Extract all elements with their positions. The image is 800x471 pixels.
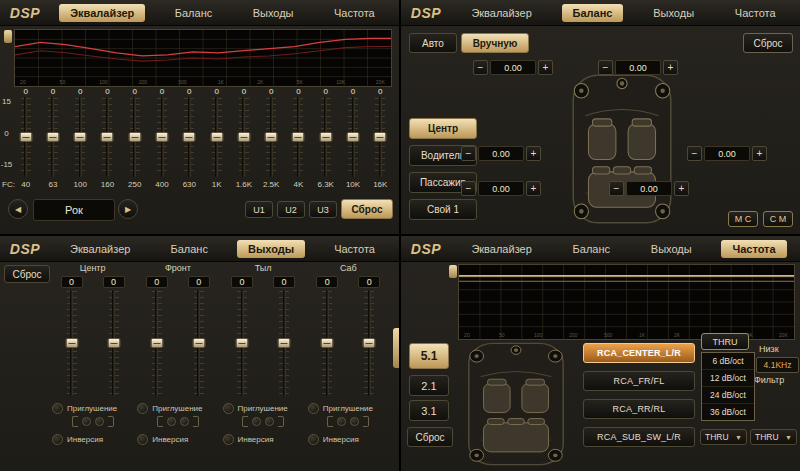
config-3-1-button[interactable]: 3.1 (409, 400, 449, 421)
link-left-checkbox[interactable] (252, 417, 261, 426)
balance-manual-button[interactable]: Вручную (461, 33, 529, 53)
tab-frequency[interactable]: Частота (323, 4, 386, 22)
tab-equalizer[interactable]: Эквалайзер (59, 4, 145, 22)
tab-frequency[interactable]: Частота (724, 4, 787, 22)
slider-knob[interactable] (265, 132, 278, 142)
link-left-checkbox[interactable] (82, 417, 91, 426)
increase-button[interactable]: + (752, 146, 767, 161)
tab-outputs[interactable]: Выходы (642, 4, 705, 22)
eq-band-slider[interactable] (46, 97, 60, 177)
tab-frequency[interactable]: Частота (721, 240, 786, 258)
tab-equalizer[interactable]: Эквалайзер (460, 4, 542, 22)
output-slider[interactable] (362, 290, 376, 396)
mute-checkbox[interactable] (308, 403, 319, 414)
eq-band-slider[interactable] (100, 97, 114, 177)
frequency-reset-button[interactable]: Сброс (407, 427, 453, 447)
increase-button[interactable]: + (538, 60, 553, 75)
user-preset-3-button[interactable]: U3 (309, 201, 337, 218)
rca-front-button[interactable]: RCA_FR/FL (583, 371, 695, 391)
side-drawer-handle[interactable] (393, 328, 399, 368)
eq-band-slider[interactable] (19, 97, 33, 177)
link-right-checkbox[interactable] (350, 417, 359, 426)
slider-knob[interactable] (107, 338, 120, 348)
slider-knob[interactable] (46, 132, 59, 142)
eq-band-slider[interactable] (128, 97, 142, 177)
increase-button[interactable]: + (663, 60, 678, 75)
tab-outputs[interactable]: Выходы (640, 240, 703, 258)
mute-checkbox[interactable] (223, 403, 234, 414)
slider-knob[interactable] (183, 132, 196, 142)
slope-option[interactable]: 12 dB/oct (702, 370, 754, 387)
rca-rear-button[interactable]: RCA_RR/RL (583, 399, 695, 419)
increase-button[interactable]: + (674, 181, 689, 196)
output-slider[interactable] (277, 290, 291, 396)
slider-knob[interactable] (19, 132, 32, 142)
slider-knob[interactable] (347, 132, 360, 142)
link-left-checkbox[interactable] (337, 417, 346, 426)
slider-knob[interactable] (363, 338, 376, 348)
increase-button[interactable]: + (526, 181, 541, 196)
mute-checkbox[interactable] (52, 403, 63, 414)
slider-knob[interactable] (236, 338, 249, 348)
decrease-button[interactable]: − (473, 60, 488, 75)
user-preset-1-button[interactable]: U1 (245, 201, 273, 218)
decrease-button[interactable]: − (461, 181, 476, 196)
eq-band-slider[interactable] (73, 97, 87, 177)
position-center-button[interactable]: Центр (409, 118, 477, 139)
slider-knob[interactable] (74, 132, 87, 142)
eq-band-slider[interactable] (264, 97, 278, 177)
invert-checkbox[interactable] (308, 434, 319, 445)
graph-drawer-handle[interactable] (449, 265, 457, 278)
invert-checkbox[interactable] (52, 434, 63, 445)
eq-band-slider[interactable] (346, 97, 360, 177)
slider-knob[interactable] (150, 338, 163, 348)
slider-knob[interactable] (192, 338, 205, 348)
slider-knob[interactable] (156, 132, 169, 142)
eq-band-slider[interactable] (182, 97, 196, 177)
tab-balance[interactable]: Баланс (562, 4, 624, 22)
eq-band-slider[interactable] (155, 97, 169, 177)
slider-knob[interactable] (278, 338, 291, 348)
tab-balance[interactable]: Баланс (562, 240, 621, 258)
slope-selected-value[interactable]: THRU (701, 333, 749, 350)
slope-option[interactable]: 6 dB/oct (702, 353, 754, 370)
config-2-1-button[interactable]: 2.1 (409, 375, 449, 396)
link-right-checkbox[interactable] (265, 417, 274, 426)
link-right-checkbox[interactable] (95, 417, 104, 426)
decrease-button[interactable]: − (687, 146, 702, 161)
tab-equalizer[interactable]: Эквалайзер (59, 240, 141, 258)
outputs-reset-button[interactable]: Сброс (4, 265, 50, 283)
balance-auto-button[interactable]: Авто (409, 33, 457, 53)
invert-checkbox[interactable] (223, 434, 234, 445)
preset-next-button[interactable]: ▶ (118, 199, 138, 219)
slider-knob[interactable] (237, 132, 250, 142)
tab-equalizer[interactable]: Эквалайзер (460, 240, 542, 258)
graph-drawer-handle[interactable] (4, 30, 12, 43)
eq-band-slider[interactable] (373, 97, 387, 177)
tab-balance[interactable]: Баланс (164, 4, 223, 22)
eq-band-slider[interactable] (291, 97, 305, 177)
filter-frequency-value[interactable]: 4.1KHz (756, 357, 799, 373)
tab-frequency[interactable]: Частота (323, 240, 386, 258)
output-slider[interactable] (107, 290, 121, 396)
eq-reset-button[interactable]: Сброс (341, 199, 393, 219)
output-slider[interactable] (235, 290, 249, 396)
preset-selector[interactable]: Рок (33, 199, 115, 221)
slope-option[interactable]: 24 dB/oct (702, 387, 754, 404)
slider-knob[interactable] (101, 132, 114, 142)
slider-knob[interactable] (319, 132, 332, 142)
eq-band-slider[interactable] (210, 97, 224, 177)
right-channel-slope-select[interactable]: THRU ▼ (750, 429, 797, 445)
cm-button[interactable]: C M (763, 211, 793, 227)
mc-button[interactable]: M C (728, 211, 758, 227)
tab-outputs[interactable]: Выходы (237, 240, 305, 258)
tab-outputs[interactable]: Выходы (242, 4, 305, 22)
slider-knob[interactable] (321, 338, 334, 348)
output-slider[interactable] (192, 290, 206, 396)
rca-center-button[interactable]: RCA_CENTER_L/R (583, 343, 695, 363)
position-custom-button[interactable]: Свой 1 (409, 199, 477, 220)
slider-knob[interactable] (65, 338, 78, 348)
eq-band-slider[interactable] (237, 97, 251, 177)
slope-option[interactable]: 36 dB/oct (702, 404, 754, 420)
link-right-checkbox[interactable] (180, 417, 189, 426)
